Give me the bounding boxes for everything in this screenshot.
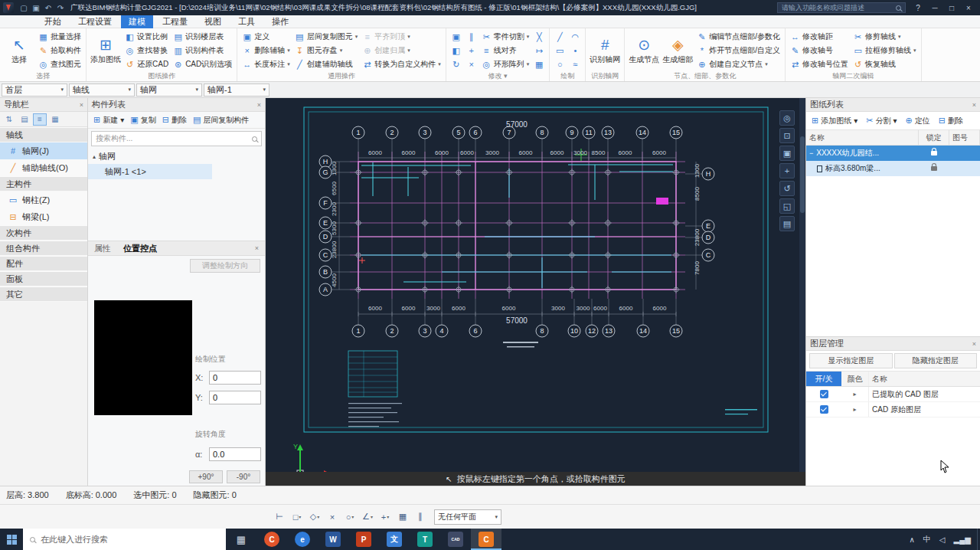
menu-tab-6[interactable]: 工具 [230, 15, 263, 28]
copy-between-floors-button[interactable]: ▤层间复制图元▾ [292, 30, 361, 44]
layer-visibility-checkbox[interactable] [820, 390, 828, 398]
nav-section-配件[interactable]: 配件 [0, 256, 87, 271]
task-view-button[interactable]: ▦ [226, 529, 256, 550]
function-search-input[interactable]: 请输入功能名称或问题描述 [777, 2, 906, 13]
extend-icon-button[interactable]: ↦ [531, 44, 547, 57]
nav-collapse-icon[interactable]: ⇅ [2, 113, 16, 126]
save-element-button[interactable]: ↧图元存盘▾ [292, 44, 361, 57]
ortho-mode-icon[interactable]: ⊢ [272, 509, 287, 525]
menu-tab-7[interactable]: 操作 [264, 15, 296, 28]
polygon-mode-icon[interactable]: ◇▾ [307, 509, 322, 525]
scrollbar-thumb[interactable] [800, 136, 805, 213]
cad-viewport[interactable]: 12356789111314151234681012131415HGFEDCBA… [266, 98, 805, 486]
modify-axis-spacing-button[interactable]: ↔修改轴距 [788, 30, 851, 44]
move-icon-button[interactable]: + [464, 44, 479, 57]
help-button[interactable]: ? [910, 0, 926, 15]
expander-icon[interactable]: ▸ [853, 391, 856, 398]
rect-draw-icon-button[interactable]: ▭ [552, 44, 567, 57]
identify-grid-button[interactable]: #识别轴网 [588, 30, 622, 71]
hide-specified-layers-button[interactable]: 隐藏指定图层 [894, 353, 978, 368]
delete-aux-axis-button[interactable]: ×删除辅轴▾ [240, 44, 292, 57]
nav-section-次构件[interactable]: 次构件 [0, 225, 87, 241]
find-element-button[interactable]: ◎查找图元 [36, 57, 83, 71]
find-replace-button[interactable]: ◎查找替换 [122, 44, 171, 57]
align-to-top-button[interactable]: ≡平齐到顶▾ [360, 30, 443, 44]
copy-icon-button[interactable]: ▣ [449, 30, 464, 44]
viewport-scrollbar[interactable] [799, 98, 805, 472]
close-icon[interactable]: × [972, 340, 976, 348]
create-custom-node-button[interactable]: ⊕创建自定义节点▾ [694, 57, 782, 71]
component-search-input[interactable]: 搜索构件... [91, 131, 262, 146]
maximize-button[interactable]: □ [943, 0, 960, 15]
nav-section-其它[interactable]: 其它 [0, 286, 87, 302]
close-icon[interactable]: × [80, 101, 83, 109]
network-icon[interactable]: ▂▄▆ [954, 535, 971, 544]
offset-icon-button[interactable]: ∥ [464, 30, 479, 44]
delete-icon-button[interactable]: × [464, 57, 479, 71]
generate-detail-button[interactable]: ◈生成细部 [661, 30, 694, 71]
word-icon[interactable]: W [318, 529, 348, 550]
nav-section-主构件[interactable]: 主构件 [0, 176, 87, 192]
table-row[interactable]: −XXXXX幼儿园结... [806, 146, 980, 161]
minimize-button[interactable]: ─ [926, 0, 943, 15]
modify-axis-number-pos-button[interactable]: ⇄修改轴号位置 [788, 57, 851, 71]
line-align-button[interactable]: ≡线对齐 [479, 44, 532, 57]
box-trim-axis-button[interactable]: ▭拉框修剪轴线▾ [851, 44, 919, 57]
arc-draw-icon-button[interactable]: ◠ [567, 30, 583, 44]
angle-input[interactable]: 0.0 [209, 447, 261, 461]
copy-component-button[interactable]: ▣复制 [128, 115, 158, 126]
axis-toggle-icon[interactable]: ∥ [413, 509, 428, 525]
table-row[interactable]: ▸已提取的 CAD 图层 [806, 387, 980, 402]
explode-node-detail-button[interactable]: *炸开节点细部/自定义 [694, 44, 782, 57]
new-component-button[interactable]: ⊞新建▾ [91, 115, 126, 126]
nav-section-组合构件[interactable]: 组合构件 [0, 241, 87, 256]
rect-mode-icon[interactable]: □▾ [289, 509, 305, 525]
split-sheet-button[interactable]: ✂分割▾ [864, 116, 899, 126]
menu-tab-4[interactable]: 工程量 [155, 15, 195, 28]
table-row[interactable]: ▸CAD 原始图层 [806, 402, 980, 417]
convert-to-custom-button[interactable]: ⇄转换为自定义构件▾ [360, 57, 443, 71]
point-draw-icon-button[interactable]: • [567, 44, 583, 57]
sidebar-item-辅助轴线(O)[interactable]: ╱辅助轴线(O) [0, 159, 87, 176]
nav-grid-view-icon[interactable]: ▤ [18, 113, 31, 126]
circle-mode-icon[interactable]: ○▾ [342, 509, 358, 525]
lock-icon[interactable] [931, 166, 937, 171]
rotate-minus-90-button[interactable]: -90° [227, 470, 260, 483]
start-button[interactable] [0, 529, 23, 550]
pick-component-button[interactable]: ✎拾取构件 [36, 44, 83, 57]
component-type-select[interactable]: 轴网▾ [136, 83, 202, 97]
cad-drawing[interactable]: 12356789111314151234681012131415HGFEDCBA… [266, 98, 805, 486]
component-select[interactable]: 轴网-1▾ [204, 83, 270, 97]
batch-select-button[interactable]: ▦批量选择 [36, 30, 83, 44]
close-icon[interactable]: × [255, 244, 259, 252]
curve-draw-icon-button[interactable]: ≈ [567, 57, 583, 71]
define-button[interactable]: ▣定义 [240, 30, 292, 44]
collapse-icon[interactable]: − [809, 149, 813, 157]
locate-sheet-button[interactable]: ⊕定位 [903, 116, 933, 126]
undo-icon[interactable]: ↶ [42, 4, 54, 12]
pan-icon[interactable]: + [779, 163, 795, 178]
circle-draw-icon-button[interactable]: ○ [552, 57, 567, 71]
snap-settings-icon[interactable]: +▾ [377, 509, 393, 525]
restore-cad-button[interactable]: ↺还原CAD [122, 57, 171, 71]
sidebar-item-钢梁(L)[interactable]: ⊟钢梁(L) [0, 208, 87, 225]
delete-component-button[interactable]: ⊟删除 [160, 115, 189, 126]
nav-section-轴线[interactable]: 轴线 [0, 127, 87, 142]
powerpoint-icon[interactable]: P [348, 529, 379, 550]
identify-floor-table-button[interactable]: ▤识别楼层表 [171, 30, 234, 44]
add-sheet-button[interactable]: ⊞添加图纸▾ [809, 116, 860, 126]
wps-docs-icon[interactable]: 文 [379, 529, 410, 550]
adjust-draw-direction-button[interactable]: 调整绘制方向 [190, 259, 260, 273]
table-row[interactable]: 标高3.680m梁... [806, 161, 980, 176]
menu-tab-5[interactable]: 视图 [197, 15, 229, 28]
lock-icon[interactable] [931, 151, 937, 156]
edit-node-detail-button[interactable]: ✎编辑节点细部/参数化 [694, 30, 782, 44]
restore-axis-button[interactable]: ↺恢复轴线 [851, 57, 919, 71]
layer-visibility-checkbox[interactable] [820, 405, 828, 414]
show-specified-layers-button[interactable]: 显示指定图层 [809, 353, 893, 368]
create-attribution-button[interactable]: ⊕创建归属▾ [360, 44, 443, 57]
floor-select[interactable]: 首层▾ [2, 83, 67, 97]
nav-tile-view-icon[interactable]: ▦ [48, 113, 62, 126]
nav-list-view-icon[interactable]: ≡ [33, 113, 47, 126]
new-file-icon[interactable]: ▢ [18, 4, 30, 12]
